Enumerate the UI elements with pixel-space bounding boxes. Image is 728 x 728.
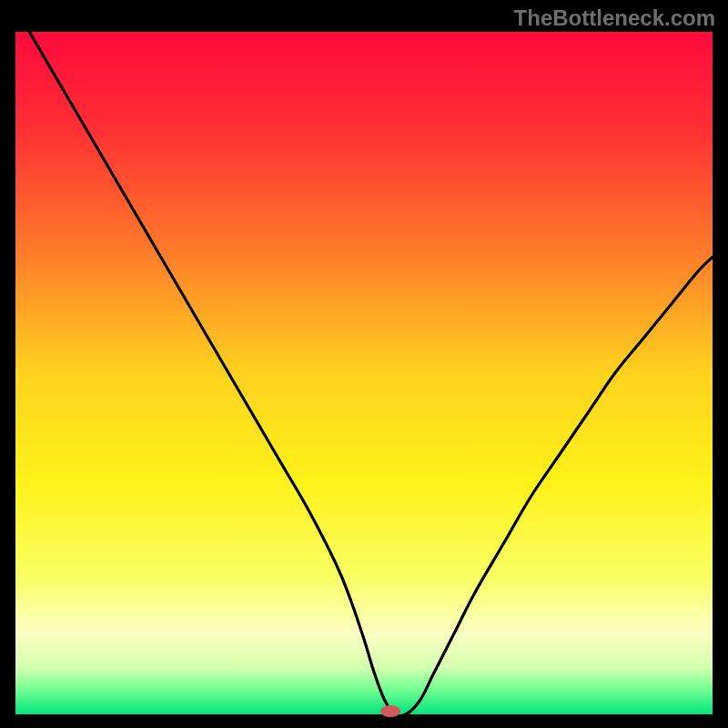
- minimum-marker: [380, 705, 399, 717]
- curve-line: [15, 32, 713, 714]
- plot-area: [15, 32, 713, 714]
- chart-container: TheBottleneck.com: [0, 0, 728, 728]
- watermark-text: TheBottleneck.com: [514, 5, 715, 31]
